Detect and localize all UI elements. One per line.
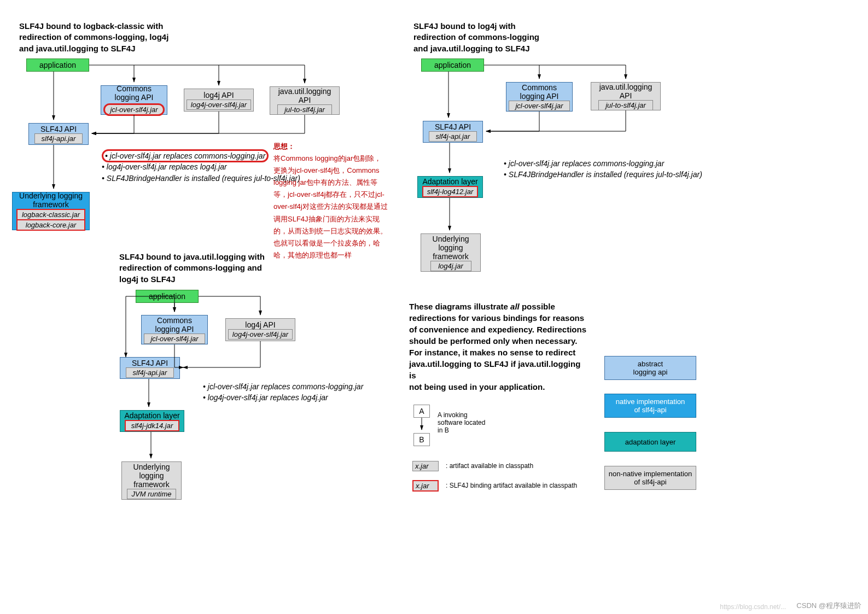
d3-ul-jar: log4j.jar — [430, 261, 471, 271]
legend-B: B — [413, 433, 430, 446]
d1-slf4j-api: SLF4J API slf4j-api.jar — [28, 123, 89, 145]
d1-jul-api: java.util.logging API jul-to-slf4j.jar — [270, 86, 340, 115]
d1-logback2: logback-core.jar — [16, 220, 85, 231]
legend-xjar2-text: : SLF4J binding artifact available in cl… — [446, 482, 577, 489]
annotation-header: 思想： — [273, 142, 295, 150]
d1-underlying: Underlying logging framework logback-cla… — [12, 192, 90, 230]
d1-b1: • jcl-over-slf4j.jar replaces commons-lo… — [102, 149, 269, 162]
legend-AB-text: A invoking software located in B — [438, 411, 485, 434]
legend-nonnative: non-native implementation of slf4j-api — [604, 466, 696, 490]
d2-log4j-api: log4j API log4j-over-slf4j.jar — [225, 318, 295, 341]
d1-log4j-api-label: log4j API — [203, 91, 234, 100]
d3-jul-api-label: java.util.logging API — [599, 83, 653, 100]
d3-adaptation: Adaptation layer slf4j-log412.jar — [417, 176, 483, 198]
d1-slf4j-jar: slf4j-api.jar — [34, 133, 83, 144]
diagram3-title: SLF4J bound to log4j with redirection of… — [413, 21, 539, 54]
d1-jcl-jar: jcl-over-slf4j.jar — [103, 103, 165, 116]
d1-commons-api-label: Commons logging API — [115, 84, 154, 102]
d1-jul-jar: jul-to-slf4j.jar — [277, 104, 332, 115]
d1-logback1: logback-classic.jar — [16, 209, 85, 220]
watermark: CSDN @程序猿进阶 — [796, 601, 861, 611]
d2-adaptation-label: Adaptation layer — [124, 411, 179, 420]
d3-b1: • jcl-over-slf4j.jar replaces commons-lo… — [504, 159, 664, 168]
d3-underlying-label: Underlying logging framework — [433, 235, 469, 261]
d2-slf4j-api-label: SLF4J API — [132, 359, 168, 367]
legend-xjar1-text: : artifact available in classpath — [446, 462, 533, 470]
d3-slf4j-api: SLF4J API slf4j-api.jar — [423, 121, 483, 143]
d2-underlying: Underlying logging framework JVM runtime — [121, 461, 182, 500]
d2-bullets: • jcl-over-slf4j.jar replaces commons-lo… — [203, 381, 363, 404]
d1-b2: • log4j-over-slf4j.jar replaces log4j.ja… — [102, 162, 227, 171]
annotation: 思想： 将Commons logging的jar包剔除，更换为jcl-over-… — [273, 141, 388, 261]
legend-A: A — [413, 405, 430, 418]
legend-abstract-api: abstract logging api — [604, 356, 696, 380]
d3-slf4j-api-label: SLF4J API — [435, 122, 471, 131]
diagram2-title: SLF4J bound to java.util.logging with re… — [119, 252, 265, 285]
description: These diagrams illustrate all possible r… — [409, 301, 590, 393]
d1-underlying-label: Underlying logging framework — [19, 191, 83, 209]
d2-jcl-jar: jcl-over-slf4j.jar — [144, 334, 205, 344]
d3-jul-jar: jul-to-slf4j.jar — [598, 100, 653, 110]
annotation-body: 将Commons logging的jar包剔除，更换为jcl-over-slf4… — [273, 154, 388, 259]
d3-slf4j-jar: slf4j-api.jar — [429, 131, 477, 142]
d2-application: application — [136, 290, 199, 303]
d2-b2: • log4j-over-slf4j.jar replaces log4j.ja… — [203, 393, 328, 402]
d1-log4j-api: log4j API log4j-over-slf4j.jar — [184, 89, 254, 112]
d2-ul-jar: JVM runtime — [127, 489, 176, 499]
d3-jcl-jar: jcl-over-slf4j.jar — [509, 101, 570, 111]
legend-adaptation: adaptation layer — [604, 432, 696, 452]
d2-log4j-api-label: log4j API — [245, 320, 275, 329]
d1-log4j-jar: log4j-over-slf4j.jar — [187, 100, 251, 110]
d3-underlying: Underlying logging framework log4j.jar — [421, 233, 481, 272]
d2-log4j-jar: log4j-over-slf4j.jar — [228, 329, 293, 340]
watermark-url: https://blog.csdn.net/... — [720, 603, 786, 611]
d2-slf4j-api: SLF4J API slf4j-api.jar — [120, 357, 180, 379]
d3-commons-api: Commons logging API jcl-over-slf4j.jar — [506, 82, 573, 112]
d1-commons-api: Commons logging API jcl-over-slf4j.jar — [101, 85, 167, 115]
legend-native-impl: native implementation of slf4j-api — [604, 394, 696, 418]
d1-slf4j-api-label: SLF4J API — [40, 125, 77, 133]
d3-application: application — [421, 59, 484, 72]
d2-underlying-label: Underlying logging framework — [133, 463, 170, 489]
d1-jul-api-label: java.util.logging API — [278, 87, 331, 104]
d3-jul-api: java.util.logging API jul-to-slf4j.jar — [591, 82, 661, 110]
d1-bullets: • jcl-over-slf4j.jar replaces commons-lo… — [102, 150, 300, 184]
d3-adaptation-label: Adaptation layer — [422, 177, 477, 186]
legend-xjar1: x.jar — [412, 461, 439, 471]
d2-adapt-jar: slf4j-jdk14.jar — [125, 420, 179, 431]
d3-b2: • SLF4JBrindgeHandler is installed (requ… — [504, 170, 702, 179]
d2-slf4j-jar: slf4j-api.jar — [126, 367, 174, 378]
legend-xjar2: x.jar — [412, 480, 439, 492]
d3-bullets: • jcl-over-slf4j.jar replaces commons-lo… — [504, 158, 702, 180]
d2-adaptation: Adaptation layer slf4j-jdk14.jar — [120, 410, 184, 432]
d3-commons-api-label: Commons logging API — [520, 83, 559, 101]
d2-commons-api: Commons logging API jcl-over-slf4j.jar — [141, 315, 208, 344]
d3-adapt-jar: slf4j-log412.jar — [422, 186, 478, 197]
d2-commons-api-label: Commons logging API — [155, 316, 194, 334]
d2-b1: • jcl-over-slf4j.jar replaces commons-lo… — [203, 382, 363, 391]
diagram1-title: SLF4J bound to logback-classic with redi… — [19, 21, 168, 54]
d1-application: application — [26, 59, 89, 72]
d1-b3: • SLF4JBrindgeHandler is installed (requ… — [102, 174, 300, 183]
